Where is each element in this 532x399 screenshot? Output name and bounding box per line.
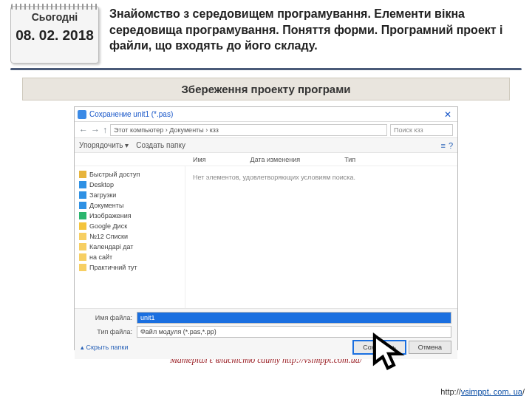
sidebar-item-today[interactable]: Календарі дат [79, 242, 180, 252]
sidebar-item-pictures[interactable]: Изображения [79, 211, 180, 221]
newfolder-button[interactable]: Создать папку [136, 141, 185, 149]
lesson-title: Знайомство з середовищем програмування. … [109, 6, 522, 54]
col-type[interactable]: Тип [344, 156, 355, 163]
folder-icon [79, 264, 86, 271]
save-button[interactable]: Сохранить [352, 340, 406, 355]
folder-icon [79, 253, 86, 261]
col-name[interactable]: Имя [193, 156, 206, 163]
download-icon [79, 191, 86, 199]
calendar-card: Сьогодні 08. 02. 2018 [10, 6, 99, 64]
footer-url: http://vsimppt. com. ua/ [440, 387, 525, 396]
filetype-label: Тип файла: [81, 328, 132, 335]
sidebar-item-label: Загрузки [89, 191, 116, 199]
organize-button[interactable]: Упорядочить ▾ [79, 141, 129, 149]
close-icon[interactable]: ✕ [441, 109, 454, 120]
sidebar-item-gdrive[interactable]: Google Диск [79, 221, 180, 231]
path-bar[interactable]: Этот компьютер › Документы › кзз [110, 124, 387, 136]
help-icon[interactable]: ? [449, 141, 453, 150]
desktop-icon [79, 181, 86, 188]
divider [10, 68, 522, 70]
section-subtitle: Збереження проекту програми [22, 78, 510, 100]
sidebar-item-label: Практичний тут [89, 264, 137, 271]
up-button[interactable]: ↑ [103, 125, 107, 135]
sidebar-item-desktop[interactable]: Desktop [79, 180, 180, 190]
app-icon [78, 110, 86, 119]
sidebar-item-downloads[interactable]: Загрузки [79, 190, 180, 200]
filename-label: Имя файла: [81, 314, 132, 321]
sidebar-item-label: на сайт [89, 253, 112, 261]
sidebar-item-practical[interactable]: Практичний тут [79, 262, 180, 273]
hide-folders-link[interactable]: ▴ Скрыть папки [81, 344, 128, 351]
documents-icon [79, 202, 86, 209]
folder-icon [79, 243, 86, 250]
sidebar-item-label: Изображения [89, 212, 132, 219]
sidebar-item-label: Google Диск [89, 222, 127, 230]
cancel-button[interactable]: Отмена [409, 341, 451, 354]
file-list: Нет элементов, удовлетворяющих условиям … [185, 166, 457, 308]
dialog-title: Сохранение unit1 (*.pas) [89, 110, 173, 118]
forward-button[interactable]: → [91, 125, 100, 135]
filename-field[interactable]: unit1 [137, 312, 451, 324]
save-dialog: Сохранение unit1 (*.pas) ✕ ← → ↑ Этот ко… [74, 106, 458, 350]
star-icon [79, 171, 86, 178]
folder-icon [79, 233, 86, 240]
dialog-titlebar: Сохранение unit1 (*.pas) ✕ [75, 107, 457, 122]
gdrive-icon [79, 222, 86, 230]
pictures-icon [79, 212, 86, 219]
search-input[interactable]: Поиск кзз [390, 124, 453, 136]
sidebar-item-quick[interactable]: Быстрый доступ [79, 169, 180, 180]
sidebar-item-label: Desktop [89, 181, 114, 188]
back-button[interactable]: ← [79, 125, 88, 135]
sidebar-item-label: Календарі дат [89, 243, 133, 250]
date-value: 08. 02. 2018 [14, 27, 95, 44]
col-date[interactable]: Дата изменения [250, 156, 301, 163]
sidebar: Быстрый доступ Desktop Загрузки Документ… [75, 166, 185, 308]
sidebar-item-label: Быстрый доступ [89, 171, 140, 178]
empty-message: Нет элементов, удовлетворяющих условиям … [193, 174, 355, 181]
view-icon[interactable]: ≡ [440, 141, 445, 150]
filetype-field[interactable]: Файл модуля (*.pas,*.pp) [137, 326, 451, 338]
sidebar-item-site[interactable]: на сайт [79, 252, 180, 262]
sidebar-item-documents[interactable]: Документы [79, 200, 180, 211]
sidebar-item-lists[interactable]: №12 Списки [79, 231, 180, 242]
today-label: Сьогодні [14, 11, 95, 23]
sidebar-item-label: Документы [89, 202, 123, 209]
footer-link[interactable]: vsimppt. com. ua [461, 387, 522, 396]
sidebar-item-label: №12 Списки [89, 233, 128, 240]
